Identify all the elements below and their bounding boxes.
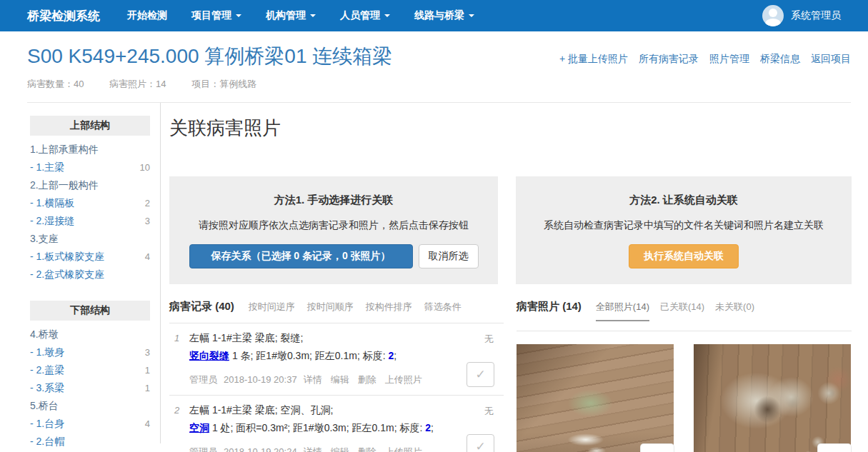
defect-scale-value: 2 xyxy=(425,422,431,433)
sidebar-item-pot-rubber-bearing[interactable]: - 2.盆式橡胶支座 xyxy=(30,266,150,283)
tab-all-photos[interactable]: 全部照片(14) xyxy=(596,301,649,321)
sidebar-item-abutment: 5.桥台 xyxy=(30,397,150,415)
defect-records-header: 病害记录 (40) 按时间逆序 按时间顺序 按构件排序 筛选条件 xyxy=(169,300,504,323)
manual-link-panel: 方法1. 手动选择进行关联 请按照对应顺序依次点选病害记录和照片，然后点击保存按… xyxy=(169,176,498,284)
record-edit-link[interactable]: 编辑 xyxy=(331,374,349,385)
chevron-down-icon xyxy=(469,14,474,17)
link-bridge-info[interactable]: 桥梁信息 xyxy=(760,53,800,66)
record-delete-link[interactable]: 删除 xyxy=(358,446,376,452)
record-timestamp: 2018-10-19 20:24 xyxy=(224,446,297,452)
cancel-selection-button[interactable]: 取消所选 xyxy=(419,244,479,268)
select-record-checkbox[interactable]: ✓ xyxy=(467,362,494,387)
nav-item-routes-and-bridges[interactable]: 线路与桥梁 xyxy=(414,9,474,22)
link-batch-upload-photos[interactable]: + 批量上传照片 xyxy=(559,53,628,66)
user-avatar[interactable] xyxy=(762,5,784,26)
link-all-defect-records[interactable]: 所有病害记录 xyxy=(639,53,699,66)
record-upload-photo-link[interactable]: 上传照片 xyxy=(385,446,422,452)
sort-time-desc[interactable]: 按时间逆序 xyxy=(249,301,295,313)
link-back-to-project[interactable]: 返回项目 xyxy=(811,53,851,66)
header-action-links: + 批量上传照片 所有病害记录 照片管理 桥梁信息 返回项目 xyxy=(559,44,851,66)
auto-link-desc: 系统自动检查病害记录中填写的文件名关键词和照片名建立关联 xyxy=(523,219,844,232)
defect-photo-count: 病害照片：14 xyxy=(109,79,166,89)
sidebar-item-load-bearing-members: 1.上部承重构件 xyxy=(30,141,150,159)
defect-record-row: 1 左幅 1-1#主梁 梁底; 裂缝; 无 竖向裂缝 1 条; 距1#墩0.3m… xyxy=(169,323,504,396)
component-sidebar: 上部结构 1.上部承重构件 - 1.主梁10 2.上部一般构件 - 1.横隔板2… xyxy=(0,103,161,443)
record-detail: 竖向裂缝 1 条; 距1#墩0.3m; 距左0.1m; 标度: 2; xyxy=(189,350,504,363)
record-author: 管理员 xyxy=(189,446,217,452)
record-summary: 左幅 1-1#主梁 梁底; 裂缝; xyxy=(189,332,504,345)
check-icon: ✓ xyxy=(652,449,662,452)
tab-linked-photos[interactable]: 已关联(14) xyxy=(660,301,704,320)
sidebar-item-abutment-cap[interactable]: - 2.台帽 xyxy=(30,433,150,451)
select-photo-checkbox[interactable]: ✓ xyxy=(641,444,674,452)
chevron-down-icon xyxy=(236,14,241,17)
chevron-down-icon xyxy=(310,14,316,17)
person-icon xyxy=(765,19,781,26)
record-timestamp: 2018-10-19 20:37 xyxy=(224,374,297,385)
record-upload-photo-link[interactable]: 上传照片 xyxy=(385,374,422,385)
sidebar-item-abutment-body[interactable]: - 1.台身4 xyxy=(30,415,150,433)
filter-conditions[interactable]: 筛选条件 xyxy=(424,301,462,313)
run-auto-link-button[interactable]: 执行系统自动关联 xyxy=(629,244,739,268)
record-footer: 管理员2018-10-19 20:37详情编辑删除上传照片 xyxy=(189,373,504,386)
check-icon: ✓ xyxy=(475,367,485,382)
top-navbar: 桥梁检测系统 开始检测 项目管理 机构管理 人员管理 线路与桥梁 系统管理员 xyxy=(0,0,868,31)
sidebar-item-plate-rubber-bearing[interactable]: - 1.板式橡胶支座4 xyxy=(30,248,150,266)
record-edit-link[interactable]: 编辑 xyxy=(331,446,349,452)
link-photo-management[interactable]: 照片管理 xyxy=(709,53,749,66)
sidebar-item-main-girder[interactable]: - 1.主梁10 xyxy=(30,159,150,176)
record-index: 2 xyxy=(174,405,179,416)
person-icon xyxy=(769,9,777,17)
auto-link-title: 方法2. 让系统自动关联 xyxy=(523,194,844,207)
check-icon: ✓ xyxy=(475,439,485,452)
sidebar-item-pier-body[interactable]: - 1.墩身3 xyxy=(30,343,150,361)
nav-item-start-inspection[interactable]: 开始检测 xyxy=(127,9,167,22)
defect-photo-thumbnail[interactable]: ✓ xyxy=(694,344,851,452)
select-record-checkbox[interactable]: ✓ xyxy=(467,434,494,452)
sort-by-component[interactable]: 按构件排序 xyxy=(366,301,412,313)
record-footer: 管理员2018-10-19 20:24详情编辑删除上传照片 xyxy=(189,446,504,452)
defect-record-row: 2 左幅 1-1#主梁 梁底; 空洞、孔洞; 无 空洞 1 处; 面积=0.3m… xyxy=(169,396,504,452)
sidebar-section-substructure: 下部结构 xyxy=(30,301,150,321)
project-name: 项目：算例线路 xyxy=(191,79,256,89)
sidebar-section-superstructure: 上部结构 xyxy=(30,116,150,136)
tab-unlinked-photos[interactable]: 未关联(0) xyxy=(715,301,754,320)
sidebar-item-wet-joint[interactable]: - 2.湿接缝3 xyxy=(30,212,150,230)
record-photo-none-label: 无 xyxy=(484,405,494,418)
sort-time-asc[interactable]: 按时间顺序 xyxy=(307,301,354,313)
nav-item-personnel-management[interactable]: 人员管理 xyxy=(340,9,390,22)
save-relation-button[interactable]: 保存关系（已选择 0 条记录，0 张照片） xyxy=(189,244,413,268)
record-detail: 空洞 1 处; 面积=0.3m²; 距1#墩0.3m; 距左0.1m; 标度: … xyxy=(189,422,504,435)
app-brand[interactable]: 桥梁检测系统 xyxy=(27,8,100,24)
defect-photos-title: 病害照片 (14) xyxy=(517,300,582,313)
sidebar-item-bearings: 3.支座 xyxy=(30,230,150,248)
record-delete-link[interactable]: 删除 xyxy=(358,374,376,385)
sidebar-item-general-members: 2.上部一般构件 xyxy=(30,176,150,194)
defect-type-link[interactable]: 空洞 xyxy=(189,422,209,433)
nav-item-project-management[interactable]: 项目管理 xyxy=(191,9,241,22)
defect-type-link[interactable]: 竖向裂缝 xyxy=(189,350,229,361)
check-icon: ✓ xyxy=(829,449,839,452)
defect-photo-thumbnail[interactable]: ✓ xyxy=(517,344,674,452)
auto-link-panel: 方法2. 让系统自动关联 系统自动检查病害记录中填写的文件名关键词和照片名建立关… xyxy=(516,176,852,284)
nav-item-organization-management[interactable]: 机构管理 xyxy=(266,9,316,22)
current-user-name[interactable]: 系统管理员 xyxy=(791,9,841,22)
record-index: 1 xyxy=(174,333,179,343)
manual-link-desc: 请按照对应顺序依次点选病害记录和照片，然后点击保存按钮 xyxy=(176,219,491,232)
page-title: S00 K549+245.000 算例桥梁01 连续箱梁 xyxy=(27,44,392,69)
record-author: 管理员 xyxy=(189,374,217,385)
sidebar-item-tie-beam[interactable]: - 3.系梁1 xyxy=(30,379,150,397)
defect-records-title: 病害记录 (40) xyxy=(169,300,234,313)
chevron-down-icon xyxy=(384,14,390,17)
page-header: S00 K549+245.000 算例桥梁01 连续箱梁 + 批量上传照片 所有… xyxy=(0,31,868,91)
select-photo-checkbox[interactable]: ✓ xyxy=(818,444,851,452)
sidebar-item-cap-beam[interactable]: - 2.盖梁1 xyxy=(30,361,150,379)
record-photo-none-label: 无 xyxy=(484,333,494,346)
defect-count: 病害数量：40 xyxy=(27,79,84,89)
record-detail-link[interactable]: 详情 xyxy=(304,446,322,452)
record-detail-link[interactable]: 详情 xyxy=(304,374,322,385)
defect-photos-header: 病害照片 (14) 全部照片(14) 已关联(14) 未关联(0) xyxy=(517,300,852,331)
record-summary: 左幅 1-1#主梁 梁底; 空洞、孔洞; xyxy=(189,404,504,417)
manual-link-title: 方法1. 手动选择进行关联 xyxy=(176,194,491,207)
sidebar-item-diaphragm[interactable]: - 1.横隔板2 xyxy=(30,194,150,212)
